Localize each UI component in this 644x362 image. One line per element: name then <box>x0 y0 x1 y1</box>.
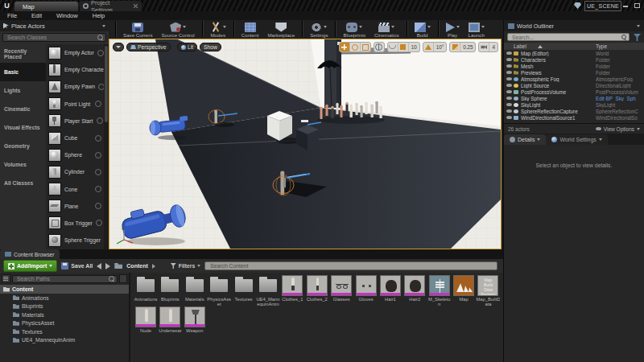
perspective-button[interactable]: Perspective <box>126 43 171 51</box>
asset-nude[interactable]: Nude <box>134 306 158 333</box>
asset-folder-textures[interactable]: Textures <box>232 275 256 306</box>
category-cinematic[interactable]: Cinematic <box>0 100 46 118</box>
level-viewport[interactable]: Z Perspective Lit Show <box>109 39 502 249</box>
eye-icon[interactable] <box>506 84 512 87</box>
asset-m-skeleton[interactable]: M_Skeleton <box>427 275 452 306</box>
build-button[interactable]: Build <box>411 21 434 39</box>
asset-map-builtdata[interactable]: Map Build Data RegistryMap_BuiltData <box>476 275 500 306</box>
asset-folder-ue4-mannequinanim[interactable]: UE4_MannequinAnim <box>256 275 280 306</box>
launch-button[interactable]: Launch <box>465 21 488 39</box>
menu-help[interactable]: Help <box>85 12 112 19</box>
camera-speed-value[interactable]: 4 <box>489 44 497 50</box>
sources-toggle-icon[interactable] <box>2 274 10 283</box>
drag-handle-icon[interactable] <box>95 135 101 142</box>
eye-icon[interactable] <box>506 77 512 80</box>
chevron-down-icon[interactable] <box>359 26 362 28</box>
grid-snap-toggle[interactable] <box>398 43 409 51</box>
chevron-down-icon[interactable] <box>223 26 226 28</box>
drag-handle-icon[interactable] <box>97 117 103 124</box>
tree-item-animations[interactable]: Animations <box>0 294 129 302</box>
modes-button[interactable]: Modes <box>207 21 229 39</box>
eye-icon[interactable] <box>506 64 512 68</box>
world-outliner-header[interactable]: World Outliner <box>504 20 644 31</box>
category-visual-effects[interactable]: Visual Effects <box>0 118 46 137</box>
actor-item-sphere[interactable]: Sphere <box>46 146 104 163</box>
actor-item-plane[interactable]: Plane <box>46 198 104 215</box>
edit-blueprint-link[interactable]: Edit BP_Sky_Sph <box>596 96 644 101</box>
add-import-button[interactable]: Add/Import <box>3 260 57 272</box>
actor-item-cone[interactable]: Cone <box>46 181 104 198</box>
actor-item-empty-character[interactable]: Empty Character <box>46 61 104 78</box>
restore-button[interactable] <box>634 2 640 9</box>
eye-icon[interactable] <box>506 109 512 113</box>
chevron-down-icon[interactable] <box>481 26 485 28</box>
drag-handle-icon[interactable] <box>95 101 101 107</box>
cinematics-button[interactable]: Cinematics <box>371 21 402 39</box>
tree-item-bluprints[interactable]: Bluprints <box>0 302 129 311</box>
breadcrumb[interactable]: Content <box>126 263 147 269</box>
drag-handle-icon[interactable] <box>96 220 102 226</box>
chevron-down-icon[interactable] <box>183 26 186 28</box>
actor-item-empty-actor[interactable]: Empty Actor <box>46 44 104 61</box>
outliner-row-characters[interactable]: CharactersFolder <box>504 56 644 63</box>
actor-item-sphere-trigger[interactable]: Sphere Trigger <box>46 232 104 249</box>
asset-hair2[interactable]: Hair2 <box>402 275 427 306</box>
scale-snap-toggle[interactable] <box>450 43 460 51</box>
tree-item-textures[interactable]: Textures <box>0 327 129 336</box>
marketplace-button[interactable]: Marketplace <box>264 21 298 39</box>
content-button[interactable]: Content <box>238 21 262 39</box>
grid-snap-value[interactable]: 10 <box>409 44 419 50</box>
tree-item-materials[interactable]: Materials <box>0 311 129 319</box>
scale-snap-value[interactable]: 0.25 <box>460 44 475 50</box>
menu-file[interactable]: File <box>0 12 24 19</box>
sort-ascending-icon[interactable] <box>538 45 543 48</box>
settings-button[interactable]: Settings <box>307 21 331 39</box>
tree-item-ue4-mannequinanim[interactable]: UE4_MannequinAnim <box>0 336 129 345</box>
outliner-filter-icon[interactable] <box>634 34 641 41</box>
chevron-down-icon[interactable] <box>102 25 105 27</box>
show-button[interactable]: Show <box>200 43 221 51</box>
outliner-row-mesh[interactable]: MeshFolder <box>504 63 644 69</box>
search-paths-input[interactable] <box>15 275 109 282</box>
actor-item-player-start[interactable]: Player Start <box>46 113 104 130</box>
title-bar[interactable]: U Map Project Settings UE_SCENE <box>0 0 644 11</box>
menu-window[interactable]: Window <box>49 12 85 19</box>
column-label[interactable]: Label <box>514 43 526 49</box>
asset-folder-materials[interactable]: Materials <box>183 275 207 306</box>
outliner-row-postprocessvolume[interactable]: PostProcessVolumePostProcessVolum <box>504 88 644 95</box>
asset-clothes-1[interactable]: Clothes_1 <box>280 275 304 306</box>
asset-folder-animations[interactable]: Animations <box>134 275 158 306</box>
rotation-snap-toggle[interactable] <box>423 43 434 51</box>
eye-icon[interactable] <box>506 51 512 55</box>
camera-speed-button[interactable] <box>479 43 489 51</box>
outliner-row-previews[interactable]: PreviewsFolder <box>504 69 644 76</box>
outliner-view-options[interactable]: View Options <box>596 126 640 132</box>
outliner-row-skylight[interactable]: SkyLightSkyLight <box>504 101 644 108</box>
eye-icon[interactable] <box>506 97 512 100</box>
chevron-down-icon[interactable] <box>456 26 460 28</box>
asset-weapon[interactable]: Weapon <box>183 306 207 333</box>
play-button[interactable]: Play <box>443 21 463 39</box>
tab-content-browser[interactable]: Content Browser <box>0 249 60 259</box>
outliner-row-light-source[interactable]: Light SourceDirectionalLight <box>504 82 644 88</box>
viewport-options-button[interactable] <box>113 43 124 51</box>
scale-tool-button[interactable] <box>361 43 370 51</box>
chevron-right-icon[interactable] <box>152 264 155 269</box>
actor-item-empty-pawn[interactable]: Empty Pawn <box>46 78 104 95</box>
eye-icon[interactable] <box>506 58 512 61</box>
surface-snap-button[interactable] <box>388 43 398 51</box>
outliner-row-atmospheric-fog[interactable]: Atmospheric FogAtmosphericFog <box>504 76 644 82</box>
chevron-down-icon[interactable] <box>324 26 327 28</box>
outliner-row-map[interactable]: Map (Editor)World <box>504 50 644 56</box>
drag-handle-icon[interactable] <box>97 50 104 56</box>
chevron-down-icon[interactable] <box>637 25 640 27</box>
tab-project-settings[interactable]: Project Settings <box>80 1 142 11</box>
rotate-tool-button[interactable] <box>350 43 361 51</box>
category-basic[interactable]: Basic <box>0 63 46 81</box>
drag-handle-icon[interactable] <box>95 186 101 192</box>
minimize-button[interactable] <box>622 2 629 9</box>
asset-map[interactable]: Map <box>452 275 476 306</box>
chevron-down-icon[interactable] <box>427 26 431 28</box>
outliner-row-winddirectionalsource[interactable]: WindDirectionalSource1WindDirectionalSo <box>504 114 644 121</box>
actor-item-box-trigger[interactable]: Box Trigger <box>46 215 104 232</box>
